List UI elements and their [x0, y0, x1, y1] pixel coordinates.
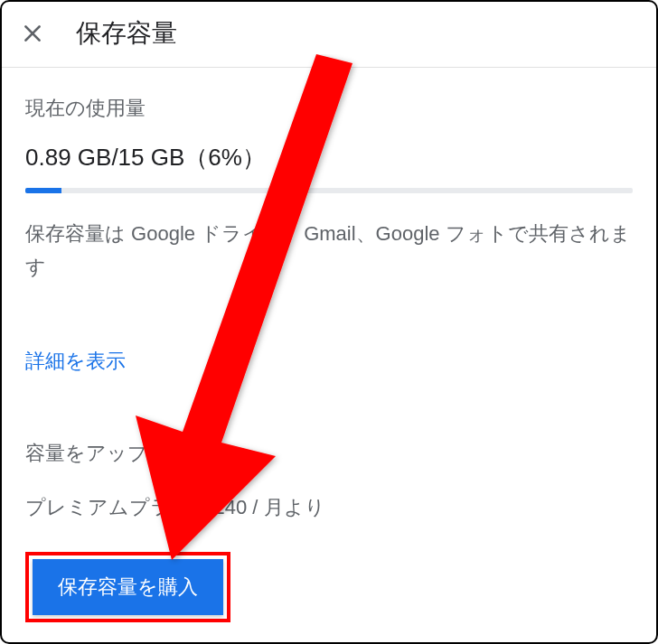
storage-progress-fill	[25, 188, 61, 193]
upgrade-label: 容量をアップグレード	[25, 440, 633, 467]
usage-label: 現在の使用量	[25, 95, 633, 122]
storage-description: 保存容量は Google ドライブ、Gmail、Google フォトで共有されま…	[25, 217, 633, 285]
buy-button-highlight: 保存容量を購入	[25, 552, 230, 622]
page-header: 保存容量	[0, 0, 658, 68]
storage-progress-bar	[25, 188, 633, 193]
buy-storage-button[interactable]: 保存容量を購入	[33, 559, 223, 615]
page-title: 保存容量	[76, 16, 177, 51]
details-link[interactable]: 詳細を表示	[25, 348, 126, 375]
premium-plan-text: プレミアムプラン: ¥240 / 月より	[25, 494, 633, 521]
usage-display: 0.89 GB/15 GB（6%）	[25, 142, 633, 173]
close-icon[interactable]	[18, 19, 47, 48]
